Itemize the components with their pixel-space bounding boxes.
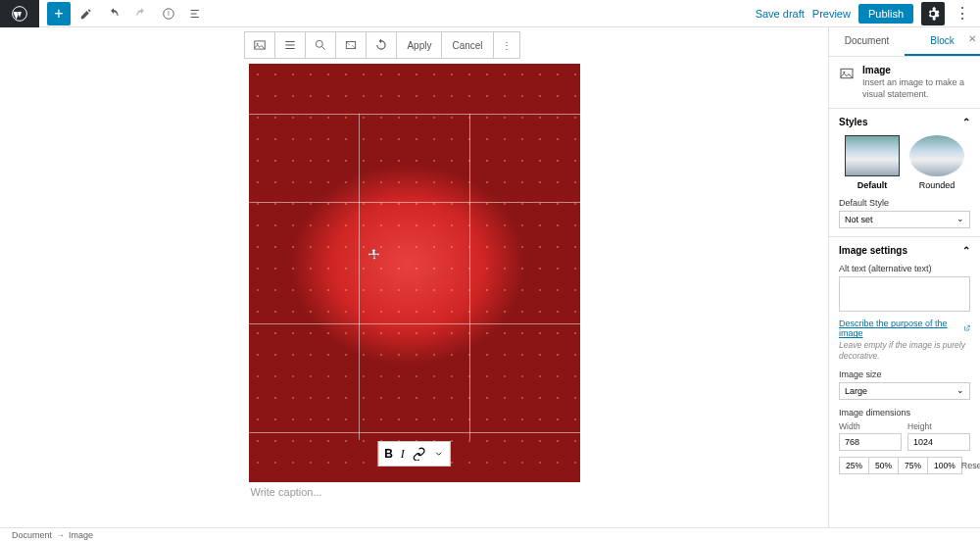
- width-label: Width: [839, 421, 902, 431]
- styles-section: Styles⌃ Default Rounded Default Style No…: [829, 109, 980, 237]
- block-description: Insert an image to make a visual stateme…: [862, 77, 970, 100]
- image-size-select[interactable]: Large: [839, 382, 970, 400]
- height-input[interactable]: [907, 433, 970, 451]
- image-icon: [839, 66, 855, 81]
- publish-button[interactable]: Publish: [858, 4, 913, 24]
- default-style-label: Default Style: [839, 198, 970, 208]
- toolbar-left: + i: [0, 0, 208, 26]
- image-content[interactable]: B I: [249, 64, 580, 482]
- chevron-up-icon: ⌃: [962, 245, 970, 256]
- aspect-button[interactable]: [336, 32, 367, 58]
- chevron-up-icon: ⌃: [962, 117, 970, 127]
- undo-icon[interactable]: [102, 2, 125, 25]
- alt-text-input[interactable]: [839, 276, 970, 312]
- top-toolbar: + i Save draft Preview Publish ⋮: [0, 0, 980, 27]
- pct-25-button[interactable]: 25%: [839, 457, 869, 474]
- caption-input[interactable]: Write caption...: [249, 482, 580, 502]
- block-toolbar: Apply Cancel ⋮: [244, 31, 519, 59]
- bold-button[interactable]: B: [384, 447, 393, 461]
- save-draft-button[interactable]: Save draft: [756, 8, 805, 20]
- close-sidebar-button[interactable]: ✕: [968, 33, 976, 44]
- cancel-button[interactable]: Cancel: [442, 32, 493, 58]
- breadcrumb: Document → Image: [0, 527, 980, 541]
- format-more-button[interactable]: [434, 449, 444, 459]
- reset-button[interactable]: Reset: [961, 461, 980, 470]
- pct-50-button[interactable]: 50%: [868, 457, 899, 474]
- crop-grid-overlay: [249, 64, 580, 482]
- describe-purpose-link[interactable]: Describe the purpose of the image: [839, 319, 970, 338]
- alt-text-hint: Leave empty if the image is purely decor…: [839, 340, 970, 362]
- preview-button[interactable]: Preview: [812, 8, 851, 20]
- redo-icon[interactable]: [129, 2, 153, 25]
- align-button[interactable]: [275, 32, 306, 58]
- styles-header[interactable]: Styles⌃: [839, 117, 970, 127]
- style-default-thumb: [845, 135, 900, 176]
- italic-button[interactable]: I: [401, 447, 405, 462]
- pct-100-button[interactable]: 100%: [927, 457, 962, 474]
- svg-point-5: [317, 40, 323, 47]
- toolbar-right: Save draft Preview Publish ⋮: [756, 2, 980, 25]
- zoom-button[interactable]: [306, 32, 336, 58]
- default-style-select[interactable]: Not set: [839, 211, 970, 228]
- tab-document[interactable]: Document: [829, 27, 905, 56]
- block-title: Image: [862, 65, 970, 75]
- style-default[interactable]: Default: [845, 135, 900, 190]
- link-button[interactable]: [413, 447, 426, 461]
- apply-button[interactable]: Apply: [397, 32, 442, 58]
- editor-canvas: Apply Cancel ⋮ B I Write caption...: [0, 27, 828, 527]
- format-toolbar: B I: [377, 441, 451, 467]
- settings-sidebar: Document Block ✕ Image Insert an image t…: [828, 27, 980, 527]
- svg-text:i: i: [168, 10, 169, 17]
- pct-75-button[interactable]: 75%: [898, 457, 928, 474]
- breadcrumb-separator: →: [56, 530, 65, 540]
- image-size-label: Image size: [839, 369, 970, 379]
- style-rounded[interactable]: Rounded: [909, 135, 964, 190]
- add-block-button[interactable]: +: [47, 2, 71, 25]
- move-cursor-icon: [368, 248, 381, 262]
- width-input[interactable]: [839, 433, 902, 451]
- style-rounded-thumb: [909, 135, 964, 176]
- image-settings-section: Image settings⌃ Alt text (alternative te…: [829, 237, 980, 482]
- info-icon[interactable]: i: [157, 2, 180, 25]
- wordpress-logo[interactable]: [0, 0, 39, 27]
- change-block-type-button[interactable]: [245, 32, 275, 58]
- settings-button[interactable]: [921, 2, 945, 25]
- breadcrumb-document[interactable]: Document: [12, 530, 52, 540]
- block-info-section: Image Insert an image to make a visual s…: [829, 57, 980, 109]
- block-more-button[interactable]: ⋮: [494, 32, 519, 58]
- image-block[interactable]: B I Write caption...: [249, 64, 580, 502]
- breadcrumb-image[interactable]: Image: [69, 530, 93, 540]
- edit-mode-icon[interactable]: [74, 2, 98, 25]
- height-label: Height: [907, 421, 970, 431]
- image-dimensions-label: Image dimensions: [839, 408, 970, 418]
- image-settings-header[interactable]: Image settings⌃: [839, 245, 970, 256]
- outline-icon[interactable]: [184, 2, 208, 25]
- external-link-icon: [963, 324, 970, 332]
- sidebar-tabs: Document Block ✕: [829, 27, 980, 57]
- rotate-button[interactable]: [367, 32, 397, 58]
- alt-text-label: Alt text (alternative text): [839, 264, 970, 273]
- more-menu-button[interactable]: ⋮: [953, 2, 972, 25]
